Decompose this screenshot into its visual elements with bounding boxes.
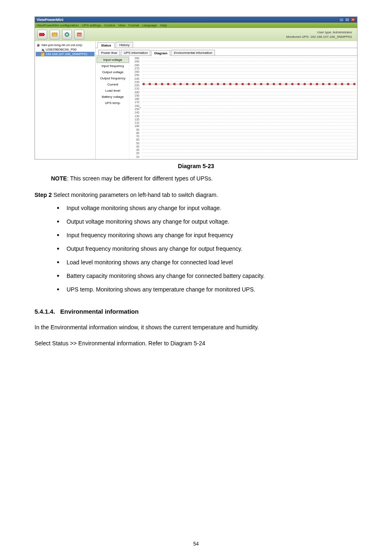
main-panel: Status History Power flow UPS informatio… <box>96 41 357 160</box>
menu-item[interactable]: Format <box>129 23 139 27</box>
y-tick: 210 <box>132 87 139 90</box>
list-item: Input frequency monitoring shows any cha… <box>57 231 357 240</box>
chart-point <box>328 83 330 85</box>
bullet-list: Input voltage monitoring shows any chang… <box>57 204 357 294</box>
list-item: UPS temp. Monitoring shows any temperatu… <box>57 285 357 294</box>
computer-icon: 🖥 <box>37 44 41 47</box>
chart-grid <box>143 58 355 160</box>
y-tick: 300 <box>132 57 139 60</box>
y-tick: 200 <box>132 91 139 94</box>
menu-item[interactable]: View <box>118 23 125 27</box>
svg-rect-7 <box>77 33 81 34</box>
titlebar: ViewPowerMini _ □ × <box>35 17 357 23</box>
param-input-freq[interactable]: Input frequency <box>97 63 129 69</box>
tool-schedule-icon[interactable] <box>74 30 84 39</box>
tool-gear-icon[interactable] <box>62 30 72 39</box>
chart-point <box>143 83 145 85</box>
tool-event-icon[interactable] <box>50 30 60 39</box>
y-tick: 150 <box>132 108 139 111</box>
y-tick: 160 <box>132 104 139 107</box>
menu-item[interactable]: Language <box>142 23 157 27</box>
chart-point <box>254 83 256 85</box>
chart-point <box>341 83 343 85</box>
y-tick: 170 <box>132 101 139 104</box>
param-output-freq[interactable]: Output frequency <box>97 75 129 81</box>
list-item: Load level monitoring shows any change f… <box>57 258 357 267</box>
param-load[interactable]: Load level <box>97 88 129 94</box>
y-tick: 90 <box>132 128 139 131</box>
chart-points <box>143 83 355 85</box>
chart-point <box>248 83 250 85</box>
device-tree: 🖥han-yun-long-nb.cn.vol.corp 🔌USB25BDBC6… <box>35 41 96 160</box>
y-tick: 50 <box>132 142 139 145</box>
tab-diagram[interactable]: Diagram <box>151 50 170 56</box>
tab-status[interactable]: Status <box>97 42 115 48</box>
chart-point <box>273 83 275 85</box>
svg-rect-0 <box>39 33 44 36</box>
tree-root[interactable]: 🖥han-yun-long-nb.cn.vol.corp <box>36 43 95 47</box>
menubar: ViewPowerMini configuration UPS settings… <box>35 23 357 28</box>
tree-child-selected[interactable]: 📶192.168.107.106_SNMPP01 <box>36 52 95 56</box>
toolbar: User type: Administrator Monitored UPS: … <box>35 28 357 41</box>
list-item: Output frequency monitoring shows any ch… <box>57 245 357 253</box>
close-icon[interactable]: × <box>350 18 355 22</box>
chart-point <box>229 83 231 85</box>
network-icon: 📶 <box>41 53 45 56</box>
param-current[interactable]: Current <box>97 81 129 88</box>
chart-point <box>279 83 281 85</box>
tree-child[interactable]: 🔌USB25BDBC66_P00 <box>36 47 95 52</box>
note-text: NOTE: This screen may be different for d… <box>51 175 357 182</box>
chart-point <box>167 83 169 85</box>
list-item: Battery capacity monitoring shows any ch… <box>57 272 357 280</box>
chart: 3002902802702602502402302202102001901801… <box>129 56 357 160</box>
tab-history[interactable]: History <box>115 42 133 48</box>
chart-point <box>304 83 306 85</box>
y-tick: 30 <box>132 148 139 151</box>
y-tick: 260 <box>132 70 139 73</box>
chart-point <box>217 83 219 85</box>
outer-tabs: Status History <box>96 41 357 48</box>
param-temp[interactable]: UPS temp. <box>97 100 129 106</box>
chart-point <box>297 83 300 85</box>
paragraph: In the Environmental information window,… <box>35 321 357 333</box>
minimize-icon[interactable]: _ <box>339 18 344 22</box>
chart-point <box>173 83 175 85</box>
menu-item[interactable]: ViewPowerMini configuration <box>37 23 79 27</box>
param-input-voltage[interactable]: Input voltage <box>97 57 129 63</box>
param-output-voltage[interactable]: Output voltage <box>97 69 129 75</box>
monitored-label: Monitored UPS: 192.168.107.106_SNMPP01 <box>286 35 352 39</box>
y-tick: 40 <box>132 145 139 148</box>
window-buttons: _ □ × <box>339 18 355 22</box>
chart-point <box>334 83 337 85</box>
list-item: Input voltage monitoring shows any chang… <box>57 204 357 213</box>
chart-point <box>198 83 201 85</box>
y-tick: 100 <box>132 125 139 127</box>
y-tick: 10 <box>132 155 139 158</box>
y-tick: 130 <box>132 115 139 118</box>
maximize-icon[interactable]: □ <box>345 18 350 22</box>
y-tick: 190 <box>132 94 139 97</box>
y-tick: 240 <box>132 77 139 80</box>
tool-battery-icon[interactable] <box>37 30 47 39</box>
chart-point <box>347 83 349 85</box>
menu-item[interactable]: UPS settings <box>82 23 101 27</box>
user-type-label: User type: Administrator <box>286 30 352 35</box>
tab-upsinfo[interactable]: UPS information <box>121 50 150 56</box>
menu-item[interactable]: Help <box>160 23 167 27</box>
tab-env[interactable]: Environmental information <box>171 50 215 56</box>
tab-powerflow[interactable]: Power flow <box>98 50 120 56</box>
y-tick: 290 <box>132 60 139 63</box>
param-battery[interactable]: Battery voltage <box>97 94 129 100</box>
chart-point <box>186 83 188 85</box>
chart-point <box>242 83 244 85</box>
paragraph: Select Status >> Environmental informati… <box>35 339 357 348</box>
figure-caption: Diagram 5-23 <box>35 163 357 169</box>
step-text: Step 2 Select monitoring parameters on l… <box>35 192 357 198</box>
chart-point <box>316 83 318 85</box>
svg-point-5 <box>66 34 68 35</box>
y-tick: 140 <box>132 111 139 114</box>
y-tick: 80 <box>132 132 139 134</box>
chart-point <box>223 83 225 85</box>
chart-point <box>291 83 293 85</box>
menu-item[interactable]: Control <box>104 23 115 27</box>
